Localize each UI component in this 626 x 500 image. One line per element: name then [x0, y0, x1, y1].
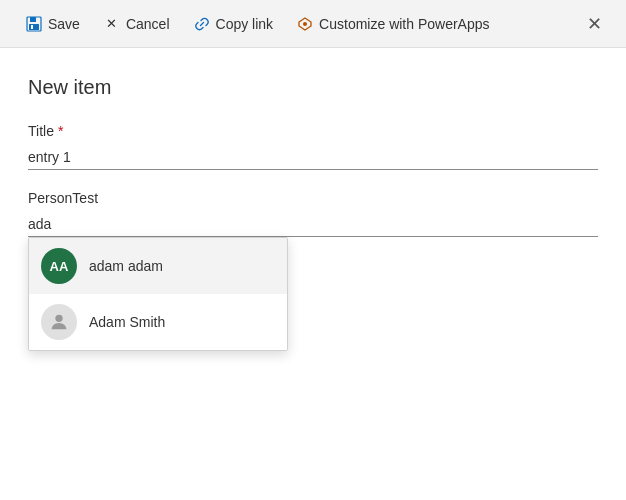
dropdown-item-name: Adam Smith	[89, 314, 165, 330]
required-marker: *	[58, 123, 63, 139]
cancel-button[interactable]: ✕ Cancel	[94, 10, 180, 38]
svg-point-5	[303, 22, 307, 26]
save-label: Save	[48, 16, 80, 32]
svg-rect-2	[29, 24, 39, 30]
title-input[interactable]	[28, 145, 598, 170]
dropdown-item-adam-smith[interactable]: Adam Smith	[29, 294, 287, 350]
save-icon	[26, 16, 42, 32]
svg-point-6	[55, 315, 62, 322]
title-label: Title *	[28, 123, 598, 139]
powerapps-icon	[297, 16, 313, 32]
save-button[interactable]: Save	[16, 10, 90, 38]
dropdown-item-name: adam adam	[89, 258, 163, 274]
copy-link-icon	[194, 16, 210, 32]
main-content: New item Title * PersonTest AA adam adam	[0, 48, 626, 257]
page-title: New item	[28, 76, 598, 99]
cancel-icon: ✕	[104, 16, 120, 32]
toolbar: Save ✕ Cancel Copy link Customize with P…	[0, 0, 626, 48]
person-test-field-group: PersonTest AA adam adam Adam Smith	[28, 190, 598, 237]
svg-rect-1	[30, 17, 36, 22]
svg-rect-3	[31, 25, 33, 29]
avatar-adam-smith	[41, 304, 77, 340]
customize-button[interactable]: Customize with PowerApps	[287, 10, 499, 38]
title-field-group: Title *	[28, 123, 598, 170]
person-test-label: PersonTest	[28, 190, 598, 206]
dropdown-item-adam-adam[interactable]: AA adam adam	[29, 238, 287, 294]
close-icon: ✕	[587, 14, 602, 34]
person-test-input[interactable]	[28, 212, 598, 237]
cancel-label: Cancel	[126, 16, 170, 32]
copy-link-label: Copy link	[216, 16, 274, 32]
copy-link-button[interactable]: Copy link	[184, 10, 284, 38]
person-dropdown: AA adam adam Adam Smith	[28, 237, 288, 351]
customize-label: Customize with PowerApps	[319, 16, 489, 32]
close-button[interactable]: ✕	[579, 11, 610, 37]
avatar-adam-adam: AA	[41, 248, 77, 284]
